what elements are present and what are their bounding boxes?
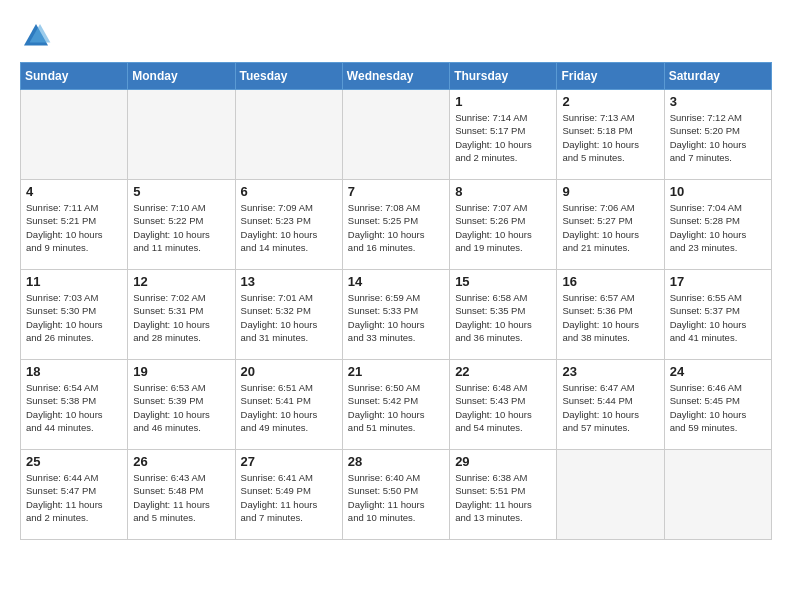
calendar-header-row: SundayMondayTuesdayWednesdayThursdayFrid… [21,63,772,90]
day-number: 21 [348,364,444,379]
calendar-cell: 3Sunrise: 7:12 AMSunset: 5:20 PMDaylight… [664,90,771,180]
calendar-cell [128,90,235,180]
day-info: Sunrise: 7:08 AMSunset: 5:25 PMDaylight:… [348,201,444,254]
week-row-2: 11Sunrise: 7:03 AMSunset: 5:30 PMDayligh… [21,270,772,360]
calendar-cell: 9Sunrise: 7:06 AMSunset: 5:27 PMDaylight… [557,180,664,270]
calendar-cell: 7Sunrise: 7:08 AMSunset: 5:25 PMDaylight… [342,180,449,270]
day-info: Sunrise: 7:13 AMSunset: 5:18 PMDaylight:… [562,111,658,164]
day-number: 25 [26,454,122,469]
calendar-cell: 18Sunrise: 6:54 AMSunset: 5:38 PMDayligh… [21,360,128,450]
calendar-cell: 1Sunrise: 7:14 AMSunset: 5:17 PMDaylight… [450,90,557,180]
calendar-cell [557,450,664,540]
calendar-table: SundayMondayTuesdayWednesdayThursdayFrid… [20,62,772,540]
day-number: 27 [241,454,337,469]
day-info: Sunrise: 7:14 AMSunset: 5:17 PMDaylight:… [455,111,551,164]
calendar-cell: 21Sunrise: 6:50 AMSunset: 5:42 PMDayligh… [342,360,449,450]
day-number: 23 [562,364,658,379]
day-info: Sunrise: 6:51 AMSunset: 5:41 PMDaylight:… [241,381,337,434]
day-info: Sunrise: 6:55 AMSunset: 5:37 PMDaylight:… [670,291,766,344]
header-thursday: Thursday [450,63,557,90]
calendar-cell: 26Sunrise: 6:43 AMSunset: 5:48 PMDayligh… [128,450,235,540]
calendar-cell: 17Sunrise: 6:55 AMSunset: 5:37 PMDayligh… [664,270,771,360]
calendar-cell: 16Sunrise: 6:57 AMSunset: 5:36 PMDayligh… [557,270,664,360]
day-number: 12 [133,274,229,289]
header-friday: Friday [557,63,664,90]
day-number: 10 [670,184,766,199]
week-row-1: 4Sunrise: 7:11 AMSunset: 5:21 PMDaylight… [21,180,772,270]
day-info: Sunrise: 7:04 AMSunset: 5:28 PMDaylight:… [670,201,766,254]
day-info: Sunrise: 6:57 AMSunset: 5:36 PMDaylight:… [562,291,658,344]
day-number: 20 [241,364,337,379]
day-number: 22 [455,364,551,379]
day-number: 29 [455,454,551,469]
calendar-cell: 19Sunrise: 6:53 AMSunset: 5:39 PMDayligh… [128,360,235,450]
day-number: 16 [562,274,658,289]
logo [20,20,56,52]
day-info: Sunrise: 6:43 AMSunset: 5:48 PMDaylight:… [133,471,229,524]
calendar-cell: 20Sunrise: 6:51 AMSunset: 5:41 PMDayligh… [235,360,342,450]
day-info: Sunrise: 7:01 AMSunset: 5:32 PMDaylight:… [241,291,337,344]
calendar-cell: 27Sunrise: 6:41 AMSunset: 5:49 PMDayligh… [235,450,342,540]
calendar-cell: 23Sunrise: 6:47 AMSunset: 5:44 PMDayligh… [557,360,664,450]
day-info: Sunrise: 6:59 AMSunset: 5:33 PMDaylight:… [348,291,444,344]
day-number: 5 [133,184,229,199]
day-number: 1 [455,94,551,109]
day-info: Sunrise: 6:38 AMSunset: 5:51 PMDaylight:… [455,471,551,524]
day-info: Sunrise: 6:50 AMSunset: 5:42 PMDaylight:… [348,381,444,434]
day-number: 14 [348,274,444,289]
calendar-cell: 14Sunrise: 6:59 AMSunset: 5:33 PMDayligh… [342,270,449,360]
calendar-cell: 6Sunrise: 7:09 AMSunset: 5:23 PMDaylight… [235,180,342,270]
day-number: 26 [133,454,229,469]
header-tuesday: Tuesday [235,63,342,90]
day-info: Sunrise: 6:40 AMSunset: 5:50 PMDaylight:… [348,471,444,524]
calendar-cell [21,90,128,180]
calendar-cell: 5Sunrise: 7:10 AMSunset: 5:22 PMDaylight… [128,180,235,270]
day-info: Sunrise: 6:58 AMSunset: 5:35 PMDaylight:… [455,291,551,344]
header-saturday: Saturday [664,63,771,90]
calendar-cell: 2Sunrise: 7:13 AMSunset: 5:18 PMDaylight… [557,90,664,180]
day-number: 9 [562,184,658,199]
day-info: Sunrise: 7:10 AMSunset: 5:22 PMDaylight:… [133,201,229,254]
day-number: 18 [26,364,122,379]
day-number: 6 [241,184,337,199]
day-number: 3 [670,94,766,109]
day-info: Sunrise: 6:46 AMSunset: 5:45 PMDaylight:… [670,381,766,434]
calendar-cell: 8Sunrise: 7:07 AMSunset: 5:26 PMDaylight… [450,180,557,270]
header-sunday: Sunday [21,63,128,90]
calendar-cell: 11Sunrise: 7:03 AMSunset: 5:30 PMDayligh… [21,270,128,360]
day-info: Sunrise: 7:12 AMSunset: 5:20 PMDaylight:… [670,111,766,164]
calendar-cell: 22Sunrise: 6:48 AMSunset: 5:43 PMDayligh… [450,360,557,450]
calendar-cell: 4Sunrise: 7:11 AMSunset: 5:21 PMDaylight… [21,180,128,270]
day-info: Sunrise: 6:44 AMSunset: 5:47 PMDaylight:… [26,471,122,524]
day-number: 2 [562,94,658,109]
day-number: 4 [26,184,122,199]
header-monday: Monday [128,63,235,90]
day-info: Sunrise: 7:11 AMSunset: 5:21 PMDaylight:… [26,201,122,254]
week-row-0: 1Sunrise: 7:14 AMSunset: 5:17 PMDaylight… [21,90,772,180]
calendar-cell [664,450,771,540]
logo-icon [20,20,52,52]
day-info: Sunrise: 6:47 AMSunset: 5:44 PMDaylight:… [562,381,658,434]
day-info: Sunrise: 7:06 AMSunset: 5:27 PMDaylight:… [562,201,658,254]
header-wednesday: Wednesday [342,63,449,90]
calendar-cell: 10Sunrise: 7:04 AMSunset: 5:28 PMDayligh… [664,180,771,270]
day-number: 17 [670,274,766,289]
week-row-3: 18Sunrise: 6:54 AMSunset: 5:38 PMDayligh… [21,360,772,450]
page-header [20,20,772,52]
calendar-cell: 13Sunrise: 7:01 AMSunset: 5:32 PMDayligh… [235,270,342,360]
day-number: 19 [133,364,229,379]
day-number: 13 [241,274,337,289]
calendar-cell [342,90,449,180]
calendar-cell: 25Sunrise: 6:44 AMSunset: 5:47 PMDayligh… [21,450,128,540]
day-info: Sunrise: 7:07 AMSunset: 5:26 PMDaylight:… [455,201,551,254]
day-number: 7 [348,184,444,199]
calendar-cell: 29Sunrise: 6:38 AMSunset: 5:51 PMDayligh… [450,450,557,540]
day-info: Sunrise: 6:48 AMSunset: 5:43 PMDaylight:… [455,381,551,434]
day-number: 24 [670,364,766,379]
day-number: 11 [26,274,122,289]
day-info: Sunrise: 6:53 AMSunset: 5:39 PMDaylight:… [133,381,229,434]
day-number: 15 [455,274,551,289]
day-info: Sunrise: 7:03 AMSunset: 5:30 PMDaylight:… [26,291,122,344]
calendar-cell [235,90,342,180]
day-info: Sunrise: 6:41 AMSunset: 5:49 PMDaylight:… [241,471,337,524]
